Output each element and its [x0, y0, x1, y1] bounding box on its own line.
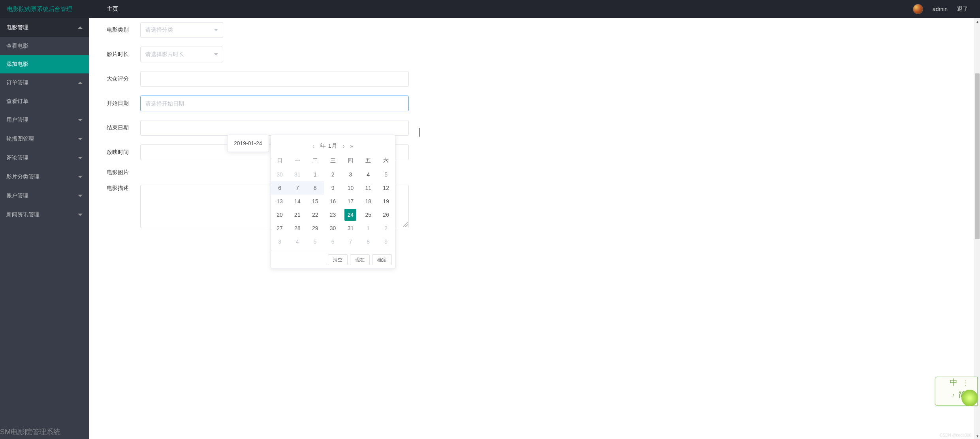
menu-group-label: 影片分类管理 [6, 173, 40, 180]
label-end-date: 结束日期 [107, 124, 140, 131]
date-clear-button[interactable]: 清空 [328, 254, 348, 265]
calendar-day[interactable]: 31 [288, 168, 306, 181]
weekday-header: 五 [359, 154, 377, 168]
calendar-day[interactable]: 8 [359, 235, 377, 248]
chevron-down-icon [78, 214, 83, 216]
calendar-day[interactable]: 2 [324, 168, 342, 181]
ime-flower-icon [961, 390, 978, 406]
chevron-down-icon [78, 138, 83, 140]
calendar-day[interactable]: 5 [306, 235, 324, 248]
calendar-day[interactable]: 3 [342, 168, 359, 181]
date-now-button[interactable]: 现在 [350, 254, 370, 265]
username-label[interactable]: admin [933, 6, 948, 12]
next-year-icon[interactable]: » [350, 143, 354, 149]
calendar-day[interactable]: 1 [359, 221, 377, 235]
calendar-day[interactable]: 6 [271, 181, 289, 195]
calendar-day[interactable]: 23 [324, 208, 342, 221]
calendar-day[interactable]: 3 [271, 235, 289, 248]
input-rating[interactable] [140, 71, 409, 87]
menu-group-3[interactable]: 轮播图管理 [0, 129, 89, 148]
menu-item-0-0[interactable]: 查看电影 [0, 37, 89, 55]
menu-group-label: 用户管理 [6, 116, 28, 124]
calendar-day[interactable]: 2 [377, 221, 395, 235]
chevron-down-icon [214, 53, 218, 56]
calendar-day[interactable]: 31 [342, 221, 359, 235]
scroll-down-icon[interactable]: ▾ [974, 433, 980, 439]
calendar-day[interactable]: 17 [342, 195, 359, 208]
calendar-day[interactable]: 13 [271, 195, 289, 208]
next-month-icon[interactable]: › [343, 143, 345, 149]
ime-widget[interactable]: 中⋮ ›简 [935, 377, 978, 406]
calendar-day[interactable]: 5 [377, 168, 395, 181]
input-end-date[interactable] [140, 120, 409, 136]
chevron-down-icon [78, 157, 83, 159]
calendar-day[interactable]: 18 [359, 195, 377, 208]
sidebar: 电影管理查看电影添加电影订单管理查看订单用户管理轮播图管理评论管理影片分类管理账… [0, 18, 89, 439]
menu-item-1-0[interactable]: 查看订单 [0, 92, 89, 111]
calendar-day[interactable]: 10 [342, 181, 359, 195]
ime-mode: 中 [950, 377, 957, 388]
select-duration[interactable]: 请选择影片时长 [140, 47, 223, 62]
menu-group-2[interactable]: 用户管理 [0, 111, 89, 129]
calendar-day[interactable]: 21 [288, 208, 306, 221]
menu-group-label: 账户管理 [6, 192, 28, 199]
calendar-day[interactable]: 9 [324, 181, 342, 195]
select-category[interactable]: 请选择分类 [140, 22, 223, 38]
scroll-thumb[interactable] [975, 73, 980, 239]
calendar-day[interactable]: 7 [342, 235, 359, 248]
calendar-day[interactable]: 24 [342, 208, 359, 221]
calendar-day[interactable]: 30 [324, 221, 342, 235]
menu-group-5[interactable]: 影片分类管理 [0, 167, 89, 186]
calendar-day[interactable]: 14 [288, 195, 306, 208]
calendar-day[interactable]: 30 [271, 168, 289, 181]
scrollbar[interactable]: ▴ ▾ [974, 18, 980, 439]
calendar-day[interactable]: 25 [359, 208, 377, 221]
calendar-day[interactable]: 4 [288, 235, 306, 248]
resize-handle-icon[interactable] [403, 222, 408, 227]
calendar-day[interactable]: 11 [359, 181, 377, 195]
menu-group-7[interactable]: 新闻资讯管理 [0, 205, 89, 224]
calendar-day[interactable]: 6 [324, 235, 342, 248]
weekday-header: 三 [324, 154, 342, 168]
menu-group-1[interactable]: 订单管理 [0, 73, 89, 92]
calendar-day[interactable]: 27 [271, 221, 289, 235]
calendar-day[interactable]: 1 [306, 168, 324, 181]
chevron-down-icon [78, 119, 83, 121]
calendar-day[interactable]: 20 [271, 208, 289, 221]
select-category-placeholder: 请选择分类 [145, 26, 173, 34]
calendar-day[interactable]: 26 [377, 208, 395, 221]
label-duration: 影片时长 [107, 51, 140, 58]
calendar-day[interactable]: 7 [288, 181, 306, 195]
nav-home[interactable]: 主页 [89, 6, 118, 13]
calendar-day[interactable]: 9 [377, 235, 395, 248]
calendar-day[interactable]: 4 [359, 168, 377, 181]
date-year-suffix[interactable]: 年 [320, 142, 326, 150]
calendar-day[interactable]: 8 [306, 181, 324, 195]
calendar-day[interactable]: 15 [306, 195, 324, 208]
calendar-day[interactable]: 19 [377, 195, 395, 208]
user-avatar[interactable] [913, 4, 923, 14]
logout-link[interactable]: 退了 [957, 6, 968, 13]
calendar-day[interactable]: 16 [324, 195, 342, 208]
prev-month-icon[interactable]: ‹ [312, 143, 314, 149]
menu-item-0-1[interactable]: 添加电影 [0, 55, 89, 73]
brand-title: 电影院购票系统后台管理 [0, 6, 89, 13]
weekday-header: 一 [288, 154, 306, 168]
date-confirm-button[interactable]: 确定 [372, 254, 392, 265]
chevron-down-icon [78, 176, 83, 178]
input-start-date[interactable] [140, 96, 409, 111]
menu-group-0[interactable]: 电影管理 [0, 18, 89, 37]
menu-group-4[interactable]: 评论管理 [0, 148, 89, 167]
calendar-day[interactable]: 28 [288, 221, 306, 235]
calendar-day[interactable]: 12 [377, 181, 395, 195]
menu-group-6[interactable]: 账户管理 [0, 186, 89, 205]
label-showtime: 放映时间 [107, 149, 140, 156]
top-header: 电影院购票系统后台管理 主页 admin 退了 [0, 0, 980, 18]
label-category: 电影类别 [107, 26, 140, 34]
chevron-up-icon [78, 82, 83, 84]
calendar-day[interactable]: 22 [306, 208, 324, 221]
calendar-day[interactable]: 29 [306, 221, 324, 235]
calendar-table: 日一二三四五六 30311234567891011121314151617181… [271, 154, 395, 248]
date-month-label[interactable]: 1月 [328, 142, 337, 150]
scroll-up-icon[interactable]: ▴ [974, 18, 980, 24]
